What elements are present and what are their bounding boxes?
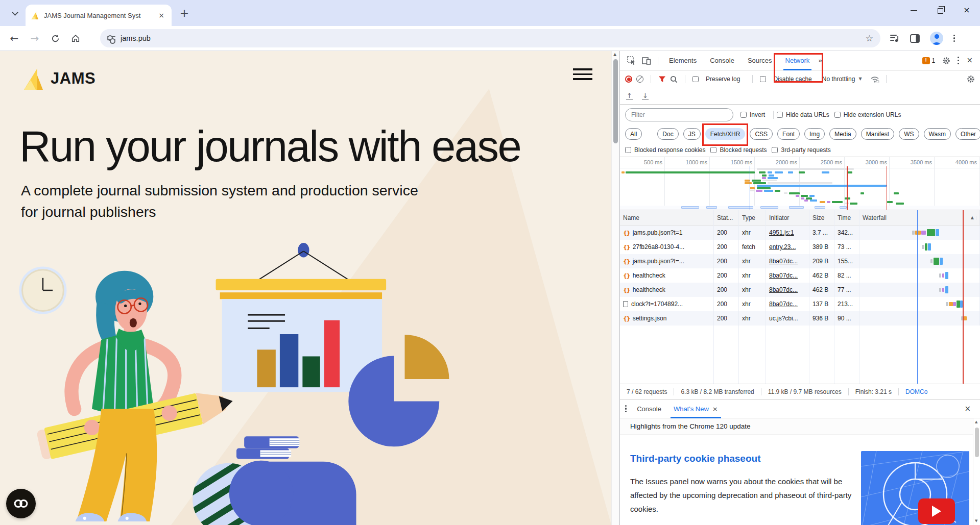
devtools-close-icon[interactable]: × <box>966 57 973 64</box>
req-3rd-party-requests-checkbox[interactable] <box>772 147 778 153</box>
network-settings-gear-icon[interactable] <box>967 75 975 83</box>
network-conditions-icon[interactable] <box>870 76 880 83</box>
forward-button[interactable]: → <box>25 29 45 47</box>
column-header-waterfall[interactable]: Waterfall▲ <box>859 210 980 225</box>
initiator-link[interactable]: 8ba07dc... <box>769 301 798 308</box>
filter-pill-ws[interactable]: WS <box>899 128 919 140</box>
filter-pill-font[interactable]: Font <box>777 128 800 140</box>
drawer-menu-icon[interactable] <box>625 405 627 413</box>
network-request-row[interactable]: {}jams.pub.json?t=...200xhr8ba07dc...209… <box>620 254 980 268</box>
sort-asc-icon[interactable]: ▲ <box>968 216 976 220</box>
filter-pill-doc[interactable]: Doc <box>657 128 678 140</box>
export-har-icon[interactable]: ↓ <box>642 92 649 99</box>
network-request-row[interactable]: clock?t=1704892...200xhr8ba07dc...137 B2… <box>620 297 980 311</box>
minimize-button[interactable] <box>900 0 927 20</box>
column-header-time[interactable]: Time <box>834 210 859 225</box>
filter-invert-checkbox[interactable] <box>740 112 747 118</box>
network-request-row[interactable]: {}healthcheck200xhr8ba07dc...462 B77 ... <box>620 283 980 297</box>
column-header-name[interactable]: Name <box>620 210 714 225</box>
disable-cache-checkbox[interactable] <box>760 76 766 82</box>
filter-hide-data-urls-checkbox[interactable] <box>777 112 783 118</box>
site-settings-icon[interactable] <box>107 36 115 40</box>
video-thumbnail[interactable] <box>861 451 969 525</box>
initiator-link[interactable]: uc.js?cbi... <box>769 315 798 322</box>
filter-pill-img[interactable]: Img <box>804 128 825 140</box>
home-button[interactable] <box>65 29 86 47</box>
bookmark-star-icon[interactable]: ☆ <box>866 34 873 43</box>
preserve-log-checkbox[interactable] <box>692 76 699 82</box>
issues-counter[interactable]: ! 1 <box>922 57 936 64</box>
scrollbar-thumb[interactable] <box>613 59 618 143</box>
back-button[interactable]: ← <box>4 29 25 47</box>
tab-close-icon[interactable]: × <box>156 11 166 19</box>
devtools-tab-console[interactable]: Console <box>703 51 741 70</box>
devtools-tab-sources[interactable]: Sources <box>741 51 779 70</box>
close-button[interactable]: × <box>953 0 980 20</box>
filter-pill-wasm[interactable]: Wasm <box>924 128 951 140</box>
whats-new-close-icon[interactable]: × <box>712 406 718 412</box>
devtools-tab-elements[interactable]: Elements <box>662 51 703 70</box>
column-header-stat-[interactable]: Stat... <box>714 210 739 225</box>
drawer-scrollbar-thumb[interactable] <box>975 428 979 457</box>
initiator-link[interactable]: 4951.js:1 <box>769 229 794 236</box>
network-request-row[interactable]: {}settings.json200xhruc.js?cbi...936 B90… <box>620 311 980 326</box>
filter-input[interactable] <box>625 108 733 121</box>
filter-pill-media[interactable]: Media <box>829 128 856 140</box>
initiator-link[interactable]: 8ba07dc... <box>769 286 798 293</box>
more-tabs-icon[interactable]: » <box>818 57 822 64</box>
initiator-link[interactable]: 8ba07dc... <box>769 272 798 279</box>
filter-pill-fetch-xhr[interactable]: Fetch/XHR <box>705 128 746 140</box>
drawer-tab-whats-new[interactable]: What's New × <box>668 399 723 418</box>
req-blocked-response-cookies-checkbox[interactable] <box>625 147 631 153</box>
search-icon[interactable] <box>670 76 678 83</box>
devtools-tab-network[interactable]: Network <box>779 51 817 70</box>
drawer-scrollbar[interactable]: ▲ ▼ <box>973 418 980 525</box>
filter-pill-manifest[interactable]: Manifest <box>861 128 894 140</box>
reload-button[interactable] <box>45 29 65 47</box>
summary-domcontentloaded-link[interactable]: DOMCo <box>898 388 927 395</box>
initiator-link[interactable]: 8ba07dc... <box>769 258 798 265</box>
settings-gear-icon[interactable] <box>942 57 950 65</box>
devtools-menu-icon[interactable] <box>958 57 959 64</box>
record-button[interactable] <box>625 76 632 83</box>
network-request-row[interactable]: {}jams.pub.json?t=1200xhr4951.js:13.7 ..… <box>620 226 980 240</box>
url-text[interactable]: jams.pub <box>121 34 861 42</box>
network-request-row[interactable]: {}healthcheck200xhr8ba07dc...462 B82 ... <box>620 268 980 283</box>
req-blocked-requests-checkbox[interactable] <box>710 147 716 153</box>
network-request-row[interactable]: {}27fb26a8-0130-4...200fetchentry.23...3… <box>620 240 980 254</box>
hamburger-menu-icon[interactable] <box>573 68 592 80</box>
restore-button[interactable] <box>927 0 953 20</box>
drawer-scroll-up-icon[interactable]: ▲ <box>975 420 977 424</box>
drawer-close-icon[interactable]: × <box>964 405 975 413</box>
drawer-tab-console[interactable]: Console <box>632 399 666 418</box>
media-controls-icon[interactable] <box>890 34 900 43</box>
profile-avatar[interactable] <box>930 32 943 45</box>
browser-menu-icon[interactable] <box>953 35 955 42</box>
cookie-widget-button[interactable] <box>6 489 36 518</box>
browser-tab[interactable]: JAMS Journal Management Syst × <box>26 5 172 26</box>
inspect-element-button[interactable] <box>624 54 638 67</box>
network-overview-timeline[interactable]: 500 ms1000 ms1500 ms2000 ms2500 ms3000 m… <box>620 157 980 210</box>
filter-pill-css[interactable]: CSS <box>750 128 773 140</box>
address-bar[interactable]: jams.pub ☆ <box>100 29 880 47</box>
filter-pill-other[interactable]: Other <box>955 128 980 140</box>
filter-hide-extension-urls-checkbox[interactable] <box>834 112 841 118</box>
throttling-dropdown[interactable]: No throttling ▼ <box>822 76 862 83</box>
filter-pill-all[interactable]: All <box>625 128 642 140</box>
clear-button[interactable] <box>636 76 643 83</box>
tab-search-button[interactable] <box>6 5 23 22</box>
column-header-initiator[interactable]: Initiator <box>766 210 809 225</box>
column-header-size[interactable]: Size <box>809 210 834 225</box>
filter-pill-js[interactable]: JS <box>683 128 701 140</box>
new-tab-button[interactable]: + <box>177 6 192 21</box>
column-header-type[interactable]: Type <box>739 210 766 225</box>
page-scrollbar[interactable]: ▲ <box>611 51 619 525</box>
scroll-up-icon[interactable]: ▲ <box>613 53 616 57</box>
import-har-icon[interactable]: ↑ <box>626 92 633 99</box>
initiator-link[interactable]: entry.23... <box>769 243 796 251</box>
youtube-play-button[interactable] <box>918 498 955 524</box>
side-panel-icon[interactable] <box>910 34 920 43</box>
drawer-scroll-down-icon[interactable]: ▼ <box>975 519 977 523</box>
filter-funnel-icon[interactable] <box>658 76 666 83</box>
device-toolbar-button[interactable] <box>639 54 654 67</box>
